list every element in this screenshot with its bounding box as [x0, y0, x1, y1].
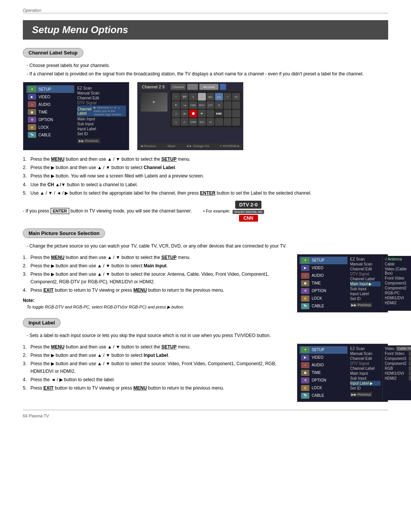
menu-row-video: ▶ VIDEO	[26, 93, 74, 101]
input-label-content: 1. Press the MENU button and then use ▲ …	[23, 343, 388, 402]
input-label-section: Input Label Sets a label to each input s…	[23, 318, 388, 402]
enter-note-text: - If you press ENTER button in TV viewin…	[23, 208, 192, 214]
bullet-item: Sets a label to each input source or let…	[27, 332, 388, 339]
menu-row-time: ⏰ TIME	[26, 108, 74, 116]
il-step-5: 5. Press EXIT button to return to TV vie…	[23, 385, 289, 392]
operation-label: Operation	[23, 8, 41, 13]
channel-grid-screenshot: Channel 2 9 Channel All Lines ▶ ☆	[137, 82, 244, 150]
channel-grid-footer: ■ Previous ↑Move ◄► Change Chl ↵ ENTER/E…	[139, 144, 242, 149]
submenu-previous: ▶▶ Previous	[77, 139, 100, 143]
dtv-box: DTV 2-0	[235, 201, 261, 209]
submenu-inputlabel: Input Label	[77, 126, 126, 131]
il-step-4: 4. Press the ◄ / ▶ button to select the …	[23, 376, 289, 383]
channel-label-bullets: Choose preset labels for your channels. …	[23, 62, 388, 77]
il-step-3: 3. Press the ▶ button and then use ▲ / ▼…	[23, 360, 289, 375]
audio-icon: ♪	[28, 101, 36, 107]
step-1: 1. Press the MENU button and then use ▲ …	[23, 156, 388, 163]
menu-row-option: ⚙ OPTION	[26, 116, 74, 123]
time-icon: ⏰	[28, 109, 36, 115]
setup-icon: ✦	[28, 86, 36, 92]
menu-row-audio: ♪ AUDIO	[26, 101, 74, 108]
mp-step-2: 2. Press the ▶ button and then use ▲ / ▼…	[23, 262, 289, 270]
mp-step-1: 1. Press the MENU button and then use ▲ …	[23, 254, 289, 261]
option-icon: ⚙	[28, 117, 36, 123]
submenu-setid: Set ID	[77, 131, 126, 136]
submenu-channellabel: Channel Label ▶ Selection (+ or -) leads…	[77, 105, 126, 117]
input-label-header: Input Label	[23, 318, 61, 328]
step-4: 4. Use the CH ▲/▼ button to select a cha…	[23, 181, 388, 189]
channel-label-images: ✦ SETUP ▶ VIDEO ♪ AUDIO ⏰ TIME	[23, 82, 388, 150]
main-picture-screenshot: ✦ SETUP ▶VIDEO ♪AUDIO ⏰TIME ⚙OPTION 🔒LOC…	[297, 254, 388, 313]
note-label: Note:	[23, 298, 289, 303]
video-icon: ▶	[28, 94, 36, 100]
channel-label-header: Channel Label Setup	[23, 48, 83, 58]
dtv-example: DTV 2-0 DOLBY DIGITAL HD CNN	[233, 201, 264, 222]
il-step-2: 2. Press the ▶ button and then use ▲ / ▼…	[23, 352, 289, 359]
menu-row-cable: 📡 CABLE	[26, 131, 74, 139]
mp-setup-icon: ✦	[301, 257, 309, 264]
for-example-text: • For example:	[203, 209, 230, 213]
cnn-box: CNN	[239, 215, 258, 222]
note-italic-text: To toggle RGB-DTV and RGB-PC, select RGB…	[23, 305, 289, 310]
page-number: 64 Plasma TV	[23, 414, 49, 418]
bottom-divider	[23, 410, 388, 410]
bullet-item: If a channel label is provided on the si…	[27, 70, 388, 77]
step-5: 5. Use ▲ / ▼ / ◄ / ▶ button to select th…	[23, 190, 388, 197]
menu-row-lock: 🔒 LOCK	[26, 123, 74, 131]
channel-preview: ▶	[139, 91, 169, 112]
input-label-bullets: Sets a label to each input source or let…	[23, 332, 388, 339]
channel-grid: ☆ 𝖄𝖀 4 abc pax + IO ★ ○● CBS MTV cTY N	[170, 91, 242, 127]
menu-row-setup: ✦ SETUP	[26, 85, 74, 93]
channel-label-section: Channel Label Setup Choose preset labels…	[23, 48, 388, 222]
submenu-maininput: Main Input	[77, 117, 126, 121]
channel-display: Channel 2 9	[139, 84, 167, 90]
dolby-box: DOLBY DIGITAL HD	[233, 210, 264, 214]
input-label-steps-col: 1. Press the MENU button and then use ▲ …	[23, 343, 289, 396]
channel-label-steps: 1. Press the MENU button and then use ▲ …	[23, 156, 388, 197]
submenu-ezscan: EZ Scan	[77, 86, 126, 91]
submenu-dtvsignal: DTV Signal	[77, 101, 126, 105]
cable-icon: 📡	[28, 132, 36, 138]
mp-step-4: 4. Press EXIT button to return to TV vie…	[23, 287, 289, 294]
top-divider	[23, 13, 388, 13]
main-picture-steps: 1. Press the MENU button and then use ▲ …	[23, 254, 289, 294]
bullet-item: Change the picture source so you can wat…	[27, 243, 388, 249]
page-title: Setup Menu Options	[23, 20, 388, 40]
main-picture-content: 1. Press the MENU button and then use ▲ …	[23, 254, 388, 313]
main-picture-section: Main Picture Source Selection Change the…	[23, 228, 388, 313]
step-3: 3. Press the ▶ button. You will now see …	[23, 173, 388, 180]
il-step-1: 1. Press the MENU button and then use ▲ …	[23, 343, 289, 351]
submenu-subinput: Sub Input	[77, 121, 126, 126]
channel-label-menu-screenshot: ✦ SETUP ▶ VIDEO ♪ AUDIO ⏰ TIME	[23, 82, 129, 150]
main-picture-header: Main Picture Source Selection	[23, 228, 105, 238]
submenu-manualscan: Manual Scan	[77, 91, 126, 96]
enter-note-row: - If you press ENTER button in TV viewin…	[23, 201, 388, 222]
input-label-steps: 1. Press the MENU button and then use ▲ …	[23, 343, 289, 392]
il-setup-icon: ✦	[301, 347, 309, 353]
main-picture-steps-col: 1. Press the MENU button and then use ▲ …	[23, 254, 289, 311]
input-label-menu-img: ✦ SETUP ▶VIDEO ♪AUDIO ⏰TIME ⚙OPTION 🔒LOC…	[297, 343, 388, 402]
lock-icon: 🔒	[28, 124, 36, 130]
mp-step-3: 3. Press the ▶ button and then use ▲ / ▼…	[23, 271, 289, 285]
main-picture-bullets: Change the picture source so you can wat…	[23, 243, 388, 249]
submenu-channeledit: Channel Edit	[77, 96, 126, 101]
step-2: 2. Press the ▶ button and then use ▲ / ▼…	[23, 164, 388, 171]
main-picture-menu-img: ✦ SETUP ▶VIDEO ♪AUDIO ⏰TIME ⚙OPTION 🔒LOC…	[297, 254, 388, 313]
input-label-screenshot: ✦ SETUP ▶VIDEO ♪AUDIO ⏰TIME ⚙OPTION 🔒LOC…	[297, 343, 388, 402]
bullet-item: Choose preset labels for your channels.	[27, 62, 388, 69]
